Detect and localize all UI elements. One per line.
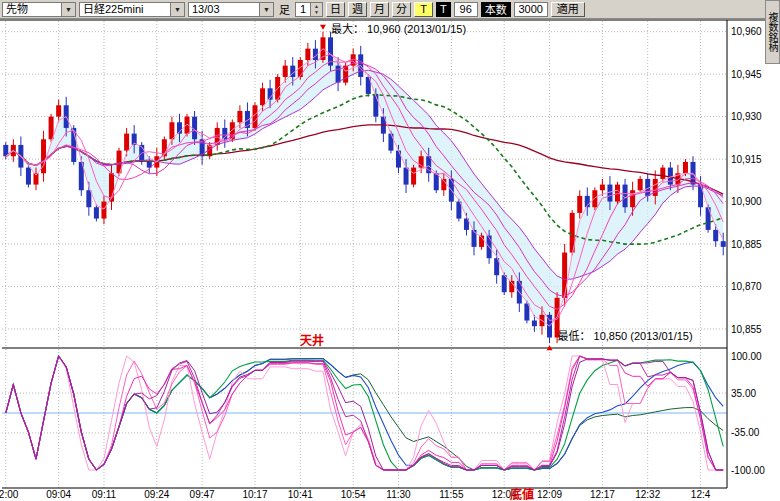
- dropdown-arrow-icon[interactable]: ▼: [61, 3, 75, 16]
- svg-text:10:54: 10:54: [341, 489, 366, 500]
- bars-label: 本数: [481, 2, 511, 17]
- svg-text:100.00: 100.00: [731, 351, 762, 362]
- svg-text:11:30: 11:30: [386, 489, 411, 500]
- svg-text:09:11: 09:11: [92, 489, 117, 500]
- tick-bar-button[interactable]: T: [414, 2, 433, 17]
- bar-type-label: 足: [277, 1, 292, 17]
- instrument-value: 日経225mini: [80, 3, 170, 16]
- price-axis-labels: 10,96010,94510,93010,91510,90010,88510,8…: [731, 26, 762, 334]
- svg-text:12:09: 12:09: [537, 489, 562, 500]
- svg-text:-35.00: -35.00: [731, 427, 760, 438]
- oscillator-panel: [2, 356, 727, 470]
- candlesticks: [3, 32, 725, 344]
- bar-interval-input[interactable]: 1 ▲▼: [295, 2, 323, 17]
- trading-app-window: 先物 ▼ 日経225mini ▼ 13/03 ▼ 足 1 ▲▼ 日 週 月 分 …: [0, 0, 780, 501]
- svg-text:12:00: 12:00: [0, 489, 19, 500]
- svg-text:11:55: 11:55: [439, 489, 464, 500]
- instrument-type-select[interactable]: 先物 ▼: [2, 2, 76, 17]
- svg-text:35.00: 35.00: [731, 388, 756, 399]
- multi-symbol-tab[interactable]: 複数銘柄: [765, 0, 780, 64]
- svg-text:10,930: 10,930: [731, 111, 762, 122]
- svg-text:10,960: 10,960: [731, 26, 762, 37]
- price-chart-canvas[interactable]: 10,96010,94510,93010,91510,90010,88510,8…: [0, 18, 780, 501]
- dropdown-arrow-icon[interactable]: ▼: [170, 3, 184, 16]
- svg-text:-100.00: -100.00: [731, 465, 765, 476]
- instrument-select[interactable]: 日経225mini ▼: [79, 2, 185, 17]
- monthly-bar-button[interactable]: 月: [370, 2, 389, 17]
- time-axis-labels: 12:0009:0409:1109:2409:4710:1710:4110:54…: [0, 489, 711, 500]
- toolbar: 先物 ▼ 日経225mini ▼ 13/03 ▼ 足 1 ▲▼ 日 週 月 分 …: [0, 0, 780, 19]
- bars-count-input[interactable]: 3000: [514, 2, 548, 17]
- svg-text:09:47: 09:47: [190, 489, 215, 500]
- svg-text:10,915: 10,915: [731, 154, 762, 165]
- svg-text:10,945: 10,945: [731, 69, 762, 80]
- instrument-type-value: 先物: [3, 3, 61, 16]
- svg-text:最低： 10,850 (2013/01/15): 最低： 10,850 (2013/01/15): [558, 330, 693, 342]
- oscillator-axis-labels: 100.0035.00-35.00-100.00: [731, 351, 765, 476]
- svg-text:10:17: 10:17: [242, 489, 267, 500]
- spin-down-icon[interactable]: ▼: [311, 9, 322, 16]
- svg-text:底値: 底値: [510, 487, 534, 501]
- daily-bar-button[interactable]: 日: [326, 2, 345, 17]
- svg-text:10:41: 10:41: [288, 489, 313, 500]
- svg-text:10,900: 10,900: [731, 196, 762, 207]
- svg-text:10,870: 10,870: [731, 281, 762, 292]
- svg-text:12:32: 12:32: [635, 489, 660, 500]
- tick-count-input[interactable]: 96: [454, 2, 478, 17]
- svg-text:10,885: 10,885: [731, 239, 762, 250]
- spinner-arrows[interactable]: ▲▼: [310, 3, 322, 16]
- tick-label: T: [436, 2, 451, 17]
- svg-text:10,855: 10,855: [731, 324, 762, 335]
- svg-text:12:17: 12:17: [590, 489, 615, 500]
- dropdown-arrow-icon[interactable]: ▼: [259, 3, 273, 16]
- apply-button[interactable]: 適用: [551, 2, 585, 17]
- svg-text:最大： 10,960 (2013/01/15): 最大： 10,960 (2013/01/15): [331, 22, 466, 35]
- weekly-bar-button[interactable]: 週: [348, 2, 367, 17]
- contract-month-select[interactable]: 13/03 ▼: [188, 2, 274, 17]
- minute-bar-button[interactable]: 分: [392, 2, 411, 17]
- svg-text:09:24: 09:24: [144, 489, 169, 500]
- svg-text:09:04: 09:04: [46, 489, 71, 500]
- svg-text:天井: 天井: [300, 333, 324, 348]
- svg-text:12:4: 12:4: [691, 489, 711, 500]
- bar-interval-value: 1: [296, 3, 310, 16]
- contract-month-value: 13/03: [189, 3, 259, 16]
